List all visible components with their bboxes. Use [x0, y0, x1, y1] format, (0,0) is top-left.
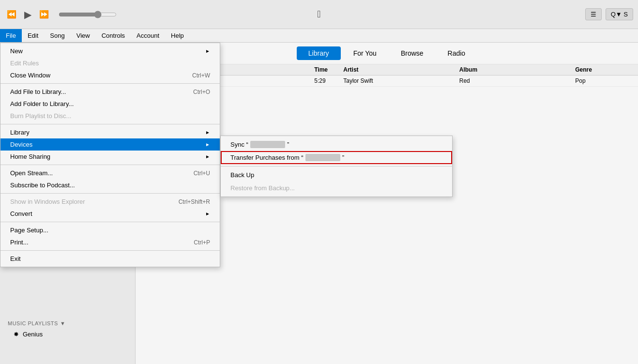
close-window-shortcut: Ctrl+W	[192, 72, 210, 79]
menu-item-devices[interactable]: Devices ►	[0, 138, 220, 151]
list-view-button[interactable]: ☰	[585, 8, 602, 20]
menu-item-home-sharing[interactable]: Home Sharing ►	[0, 151, 220, 163]
menu-song[interactable]: Song	[44, 29, 70, 42]
menu-item-show-explorer: Show in Windows Explorer Ctrl+Shift+R	[0, 196, 220, 208]
menu-controls[interactable]: Controls	[96, 29, 131, 42]
genius-label: Genius	[23, 331, 43, 338]
device-name-sync	[250, 141, 285, 148]
menu-file[interactable]: File	[0, 29, 22, 42]
new-arrow: ►	[205, 48, 210, 54]
menu-edit[interactable]: Edit	[22, 29, 44, 42]
menu-item-page-setup[interactable]: Page Setup...	[0, 224, 220, 236]
col-header-album[interactable]: Album	[459, 66, 576, 73]
row-genre: Pop	[575, 77, 633, 84]
col-header-genre[interactable]: Genre	[575, 66, 633, 73]
show-explorer-shortcut: Ctrl+Shift+R	[179, 198, 210, 205]
submenu-transfer-purchases[interactable]: Transfer Purchases from “ ”	[221, 151, 452, 164]
menu-bar: File Edit Song View Controls Account Hel…	[0, 29, 638, 43]
play-button[interactable]: ▶	[22, 7, 33, 22]
tab-library[interactable]: Library	[297, 46, 341, 60]
file-dropdown: New ► Edit Rules Close Window Ctrl+W Add…	[0, 43, 220, 267]
sidebar-section-playlists: Music Playlists ▼	[0, 318, 135, 328]
title-bar-right: ☰ Q▼ S	[585, 8, 633, 20]
menu-account[interactable]: Account	[131, 29, 165, 42]
submenu-sync[interactable]: Sync “ ”	[221, 138, 452, 151]
add-file-shortcut: Ctrl+O	[193, 89, 210, 95]
title-bar: ⏪ ▶ ⏩  ☰ Q▼ S	[0, 0, 638, 29]
menu-item-library[interactable]: Library ►	[0, 126, 220, 138]
menu-item-open-stream[interactable]: Open Stream... Ctrl+U	[0, 167, 220, 179]
row-time: 5:29	[314, 77, 343, 84]
menu-item-convert[interactable]: Convert ►	[0, 208, 220, 220]
genius-icon: ✸	[14, 331, 19, 338]
col-header-time[interactable]: Time	[314, 66, 343, 73]
device-name-transfer	[305, 154, 340, 161]
tab-for-you[interactable]: For You	[342, 46, 388, 60]
menu-item-add-folder[interactable]: Add Folder to Library...	[0, 98, 220, 110]
rewind-button[interactable]: ⏪	[5, 8, 18, 21]
fast-forward-button[interactable]: ⏩	[37, 8, 51, 21]
submenu-separator	[221, 166, 452, 167]
menu-view[interactable]: View	[71, 29, 96, 42]
menu-help[interactable]: Help	[165, 29, 190, 42]
library-arrow: ►	[205, 130, 210, 135]
row-album: Red	[459, 77, 576, 84]
menu-item-subscribe-podcast[interactable]: Subscribe to Podcast...	[0, 179, 220, 191]
menu-item-edit-rules: Edit Rules	[0, 57, 220, 69]
row-artist: Taylor Swift	[343, 77, 459, 84]
convert-arrow: ►	[205, 211, 210, 216]
nav-tabs: Library For You Browse Radio	[297, 46, 477, 60]
sidebar-item-genius[interactable]: ✸ Genius	[0, 328, 135, 340]
col-header-artist[interactable]: Artist	[343, 66, 459, 73]
print-shortcut: Ctrl+P	[194, 239, 210, 246]
search-button[interactable]: Q▼ S	[606, 8, 633, 20]
menu-item-print[interactable]: Print... Ctrl+P	[0, 236, 220, 248]
tab-radio[interactable]: Radio	[436, 46, 477, 60]
devices-submenu: Sync “ ” Transfer Purchases from “ ” Bac…	[220, 136, 453, 197]
separator-6	[0, 250, 220, 251]
devices-arrow: ►	[205, 142, 210, 147]
menu-item-add-file[interactable]: Add File to Library... Ctrl+O	[0, 86, 220, 98]
tab-browse[interactable]: Browse	[389, 46, 435, 60]
volume-slider[interactable]	[59, 11, 117, 18]
menu-item-close-window[interactable]: Close Window Ctrl+W	[0, 69, 220, 81]
menu-item-burn-playlist: Burn Playlist to Disc...	[0, 110, 220, 122]
home-sharing-arrow: ►	[205, 154, 210, 159]
apple-logo: 	[317, 9, 320, 20]
menu-item-new[interactable]: New ►	[0, 45, 220, 57]
separator-3	[0, 165, 220, 165]
separator-5	[0, 222, 220, 222]
separator-1	[0, 83, 220, 84]
separator-4	[0, 193, 220, 194]
transport-controls: ⏪ ▶ ⏩	[5, 7, 117, 22]
submenu-restore: Restore from Backup...	[221, 182, 452, 195]
submenu-backup[interactable]: Back Up	[221, 168, 452, 182]
menu-item-exit[interactable]: Exit	[0, 253, 220, 265]
separator-2	[0, 124, 220, 124]
open-stream-shortcut: Ctrl+U	[194, 170, 210, 177]
